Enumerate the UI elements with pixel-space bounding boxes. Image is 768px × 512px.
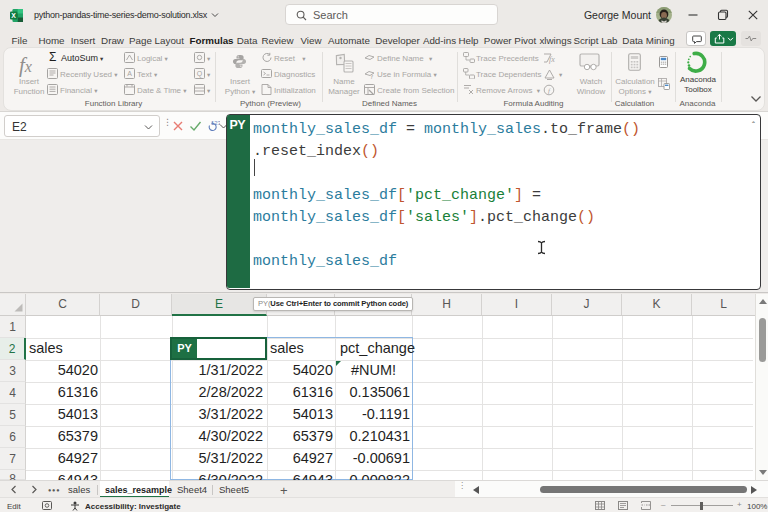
svg-text:X: X <box>11 12 16 19</box>
svg-text:Q: Q <box>197 70 203 78</box>
svg-text:fx: fx <box>549 55 555 64</box>
svg-text:f: f <box>548 87 551 95</box>
svg-text:A: A <box>127 70 132 77</box>
